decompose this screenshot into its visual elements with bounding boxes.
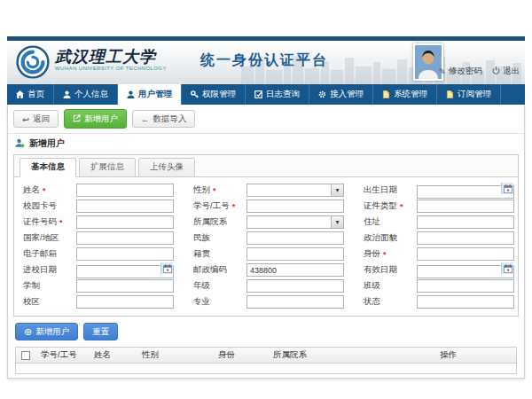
back-button[interactable]: ↩ 返回 [13, 110, 59, 128]
form-field-id-type: 证件类型* [364, 200, 514, 213]
home-icon [16, 90, 24, 98]
nav-item-access-management[interactable]: 接入管理 [309, 84, 373, 105]
grade-input[interactable] [246, 279, 344, 293]
section-title: 新增用户 [29, 137, 65, 150]
submit-button-label: 新增用户 [35, 326, 69, 338]
nav-item-user-management[interactable]: 用户管理 [118, 84, 182, 105]
field-label-valid-date: 有效日期 [364, 264, 413, 276]
form-field-major: 专业 [193, 295, 344, 309]
data-import-button[interactable]: ← 数据导入 [132, 110, 196, 128]
ethnicity-input[interactable] [246, 231, 344, 245]
field-label-email: 电子邮箱 [23, 248, 73, 260]
tab-label: 基本信息 [31, 161, 65, 171]
nav-item-home[interactable]: 首页 [7, 84, 54, 105]
tab-label: 扩展信息 [90, 161, 124, 171]
dropdown-arrow-icon[interactable]: ▾ [331, 216, 343, 228]
nav-item-label: 日志查询 [266, 89, 300, 100]
required-asterisk: * [59, 218, 63, 227]
table-column-header-3: 身份 [215, 349, 270, 361]
dropdown-arrow-icon[interactable]: ▾ [331, 184, 343, 196]
form-field-gender: 性别*▾ [193, 184, 344, 197]
import-arrow-icon: ← [141, 114, 150, 124]
logout-label: 退出 [503, 66, 520, 77]
email-input[interactable] [76, 247, 174, 261]
field-label-major: 专业 [193, 296, 243, 308]
field-label-class: 班级 [364, 280, 413, 292]
reset-button[interactable]: 重置 [83, 323, 118, 340]
name-input[interactable] [76, 184, 174, 197]
country-region-input[interactable] [76, 231, 174, 245]
native-place-input[interactable] [246, 247, 344, 261]
id-type-input[interactable] [417, 200, 514, 213]
submit-new-user-button[interactable]: ⊕ 新增用户 [15, 323, 78, 340]
form-field-name: 姓名* [23, 184, 174, 197]
form-field-email: 电子邮箱 [23, 247, 174, 261]
form-actions: ⊕ 新增用户 重置 [8, 317, 524, 345]
user-icon [63, 90, 71, 98]
new-user-button-label: 新增用户 [84, 113, 118, 125]
valid-date-input[interactable] [417, 265, 514, 278]
table-column-header-5: 操作 [436, 349, 516, 361]
plus-circle-icon: ⊕ [24, 327, 32, 337]
desktop-background: { "header": { "university_name_cn": "武汉理… [0, 0, 532, 399]
file-icon [382, 90, 390, 98]
field-label-birth-date: 出生日期 [364, 184, 413, 196]
user-table-empty-body [16, 364, 516, 373]
major-input[interactable] [246, 295, 344, 309]
id-number-input[interactable] [76, 215, 174, 229]
school-system-input[interactable] [76, 279, 174, 293]
field-label-id-type: 证件类型* [364, 200, 413, 212]
field-label-native-place: 籍贯 [193, 248, 243, 260]
tab-label: 上传头像 [150, 161, 184, 171]
reset-button-label: 重置 [92, 326, 109, 338]
birth-date-input[interactable] [417, 185, 514, 199]
form-field-valid-date: 有效日期 [364, 263, 514, 277]
form-tabbar: 基本信息扩展信息上传头像 [14, 155, 518, 177]
calendar-icon[interactable] [501, 183, 513, 194]
field-label-political-status: 政治面貌 [364, 232, 413, 244]
class-input[interactable] [417, 279, 514, 293]
nav-item-permission-management[interactable]: 权限管理 [182, 84, 246, 105]
table-column-header-0: 学号/工号 [37, 349, 90, 361]
pencil-icon: ✎ [439, 66, 446, 76]
select-all-checkbox[interactable] [21, 351, 30, 360]
gender-select[interactable]: ▾ [246, 184, 344, 197]
form-field-entry-date: 进校日期 [23, 263, 174, 277]
address-input[interactable] [417, 215, 514, 229]
postal-code-input[interactable] [246, 263, 344, 277]
change-password-link[interactable]: ✎ 修改密码 [439, 66, 482, 77]
calendar-icon[interactable] [160, 262, 173, 274]
nav-item-label: 接入管理 [330, 89, 364, 100]
tab-upload-avatar[interactable]: 上传头像 [138, 158, 195, 177]
nav-item-log-query[interactable]: 日志查询 [246, 84, 309, 105]
power-icon [492, 66, 500, 76]
identity-input[interactable] [417, 247, 514, 261]
logout-link[interactable]: 退出 [492, 66, 520, 77]
tab-extended-info[interactable]: 扩展信息 [79, 158, 136, 177]
status-input[interactable] [417, 295, 514, 309]
form-field-identity: 身份* [364, 247, 514, 261]
form-field-id-number: 证件号码* [23, 215, 174, 229]
nav-item-label: 订阅管理 [458, 89, 491, 100]
form-field-ethnicity: 民族 [193, 231, 344, 245]
campus-input[interactable] [76, 295, 174, 309]
campus-card-input[interactable] [76, 200, 174, 213]
form-field-postal-code: 邮政编码 [193, 263, 344, 277]
form-field-political-status: 政治面貌 [364, 231, 514, 245]
new-user-button[interactable]: 新增用户 [64, 109, 127, 129]
required-asterisk: * [232, 202, 236, 211]
department-select[interactable]: ▾ [246, 215, 344, 229]
university-name-cn: 武汉理工大学 [55, 48, 167, 65]
political-status-input[interactable] [417, 231, 514, 245]
key-icon [191, 90, 199, 98]
checklist-icon [254, 90, 262, 98]
nav-item-label: 系统管理 [394, 89, 427, 100]
student-id-input[interactable] [246, 200, 344, 213]
field-label-school-system: 学制 [23, 280, 73, 292]
nav-item-system-management[interactable]: 系统管理 [373, 84, 437, 105]
nav-item-profile[interactable]: 个人信息 [54, 84, 118, 105]
entry-date-input[interactable] [76, 265, 174, 278]
nav-item-subscription-management[interactable]: 订阅管理 [437, 84, 501, 105]
calendar-icon[interactable] [501, 262, 513, 274]
tab-basic-info[interactable]: 基本信息 [20, 158, 76, 177]
